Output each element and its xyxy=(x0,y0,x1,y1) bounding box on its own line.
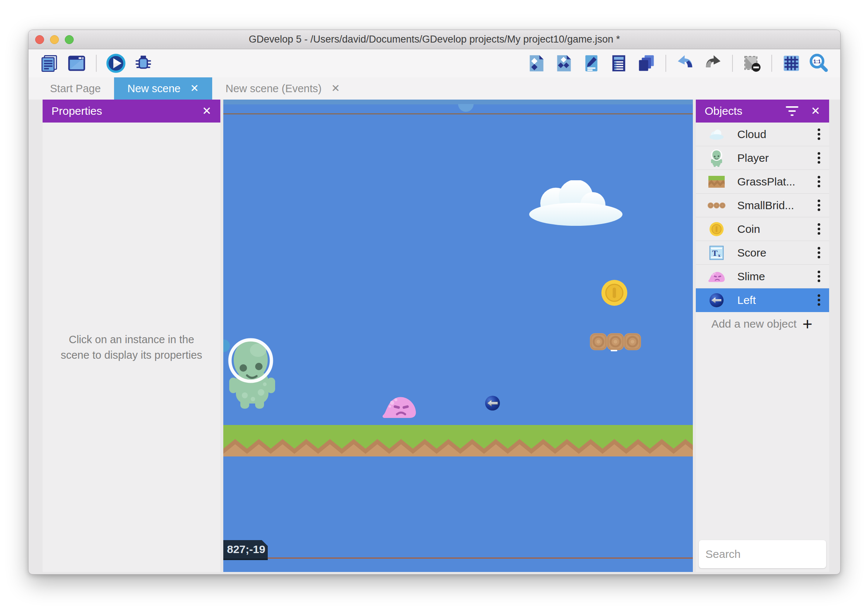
kebab-menu-icon[interactable] xyxy=(808,251,829,254)
scene-boundary-bottom xyxy=(223,558,693,559)
redo-icon[interactable] xyxy=(701,52,725,75)
properties-header: Properties ✕ xyxy=(42,100,220,123)
close-icon[interactable]: ✕ xyxy=(190,83,199,94)
small-bridge-instance[interactable] xyxy=(590,333,641,350)
kebab-menu-icon[interactable] xyxy=(808,180,829,183)
close-icon[interactable]: ✕ xyxy=(811,105,820,116)
svg-text:T: T xyxy=(712,248,718,258)
object-label: Coin xyxy=(737,223,808,236)
object-label: Left xyxy=(737,294,808,306)
text-score-icon: T x xyxy=(696,245,737,260)
edit-properties-icon[interactable] xyxy=(580,52,603,75)
grass-platform-icon xyxy=(696,175,737,189)
preview-window-icon[interactable] xyxy=(65,52,88,75)
tab-bar: Start Page New scene ✕ New scene (Events… xyxy=(28,77,840,100)
object-row-smallbridge[interactable]: SmallBrid... xyxy=(696,193,829,217)
properties-panel: Properties ✕ Click on an instance in the… xyxy=(42,100,220,572)
cloud-instance[interactable] xyxy=(528,180,623,226)
close-icon[interactable]: ✕ xyxy=(331,83,340,94)
kebab-menu-icon[interactable] xyxy=(808,204,829,207)
close-window-button[interactable] xyxy=(35,35,44,44)
player-instance[interactable] xyxy=(227,333,277,410)
object-label: SmallBrid... xyxy=(737,199,808,212)
objects-list: Cloud xyxy=(696,123,829,336)
kebab-menu-icon[interactable] xyxy=(808,157,829,159)
left-button-instance[interactable] xyxy=(485,396,500,410)
objects-search xyxy=(699,540,826,568)
selection-handle-top[interactable] xyxy=(458,104,473,112)
objects-header: Objects ✕ xyxy=(696,100,829,123)
kebab-menu-icon[interactable] xyxy=(808,228,829,230)
cursor-coordinates: 827;-19 xyxy=(223,540,268,560)
minimize-window-button[interactable] xyxy=(50,35,59,44)
coin-icon xyxy=(696,222,737,237)
svg-text:x: x xyxy=(718,253,721,258)
object-row-coin[interactable]: Coin xyxy=(696,217,829,241)
bridge-selection-mark xyxy=(611,350,617,351)
toolbar: 1:1 xyxy=(28,49,840,77)
object-label: Player xyxy=(737,152,808,164)
traffic-lights xyxy=(35,35,74,44)
object-row-score[interactable]: T x Score xyxy=(696,241,829,265)
window-title: GDevelop 5 - /Users/david/Documents/GDev… xyxy=(28,34,840,45)
kebab-menu-icon[interactable] xyxy=(808,133,829,135)
object-label: Score xyxy=(737,247,808,259)
grass-platform-instance[interactable] xyxy=(223,425,693,456)
slime-instance[interactable] xyxy=(382,395,417,419)
toolbar-right-group: 1:1 xyxy=(525,52,830,75)
titlebar: GDevelop 5 - /Users/david/Documents/GDev… xyxy=(28,30,840,49)
properties-body: Click on an instance in the scene to dis… xyxy=(42,123,220,572)
content-area: Properties ✕ Click on an instance in the… xyxy=(28,100,840,574)
kebab-menu-icon[interactable] xyxy=(808,299,829,301)
player-icon xyxy=(696,149,737,167)
object-row-left[interactable]: Left xyxy=(696,288,829,312)
filter-icon[interactable] xyxy=(786,106,798,116)
properties-title: Properties xyxy=(52,105,102,117)
edit-scene-icon[interactable] xyxy=(525,52,549,75)
object-row-slime[interactable]: Slime xyxy=(696,265,829,288)
objects-title: Objects xyxy=(705,105,742,117)
left-button-icon xyxy=(696,293,737,308)
objects-panel: Objects ✕ Cloud xyxy=(696,100,829,572)
search-input[interactable] xyxy=(705,548,841,561)
tab-label: New scene (Events) xyxy=(225,83,322,95)
scene-boundary-top xyxy=(223,113,693,115)
tab-label: Start Page xyxy=(50,83,101,95)
tab-new-scene-events[interactable]: New scene (Events) ✕ xyxy=(212,77,353,100)
undo-icon[interactable] xyxy=(674,52,697,75)
properties-empty-message: Click on an instance in the scene to dis… xyxy=(54,332,209,363)
instances-list-icon[interactable] xyxy=(607,52,631,75)
render-options-icon[interactable] xyxy=(740,52,764,75)
add-object-row[interactable]: Add a new object + xyxy=(696,312,829,336)
object-label: Cloud xyxy=(737,128,808,141)
scene-canvas[interactable]: 827;-19 xyxy=(223,100,693,572)
coin-instance[interactable] xyxy=(601,280,628,306)
app-window: GDevelop 5 - /Users/david/Documents/GDev… xyxy=(28,30,841,575)
tab-start-page[interactable]: Start Page xyxy=(37,77,114,100)
debug-icon[interactable] xyxy=(132,52,155,75)
object-row-grassplatform[interactable]: GrassPlat... xyxy=(696,170,829,193)
toolbar-separator xyxy=(665,55,666,72)
kebab-menu-icon[interactable] xyxy=(808,275,829,278)
zoom-window-button[interactable] xyxy=(65,35,74,44)
edit-objects-icon[interactable] xyxy=(552,52,576,75)
layers-icon[interactable] xyxy=(634,52,658,75)
object-row-player[interactable]: Player xyxy=(696,146,829,170)
toolbar-separator xyxy=(96,55,97,72)
toolbar-separator xyxy=(771,55,772,72)
object-label: Slime xyxy=(737,270,808,283)
object-label: GrassPlat... xyxy=(737,176,808,188)
object-row-cloud[interactable]: Cloud xyxy=(696,123,829,146)
toolbar-separator xyxy=(732,55,733,72)
small-bridge-icon xyxy=(696,202,737,209)
plus-icon[interactable]: + xyxy=(802,314,829,334)
grid-icon[interactable] xyxy=(780,52,803,75)
project-manager-icon[interactable] xyxy=(38,52,61,75)
slime-icon xyxy=(696,270,737,283)
cloud-icon xyxy=(696,129,737,140)
close-icon[interactable]: ✕ xyxy=(202,105,211,116)
svg-text:1:1: 1:1 xyxy=(813,58,821,64)
play-preview-icon[interactable] xyxy=(104,52,128,75)
tab-new-scene[interactable]: New scene ✕ xyxy=(114,77,212,100)
zoom-1-1-icon[interactable]: 1:1 xyxy=(807,52,830,75)
